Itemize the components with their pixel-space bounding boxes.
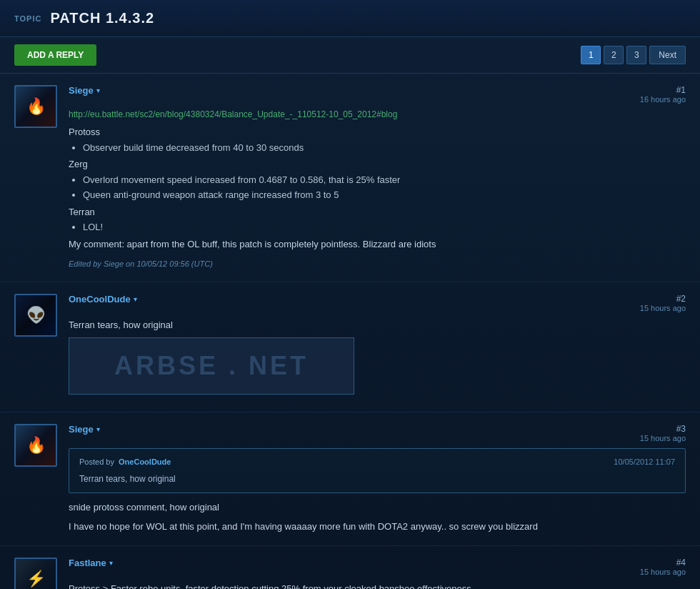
post-number-1: #1	[640, 85, 686, 95]
avatar-image-1: 🔥	[16, 86, 56, 127]
bullet-1-3: Queen anti-ground weapon attack range in…	[83, 188, 686, 202]
quote-block-3: Posted by OneCoolDude 10/05/2012 11:07 T…	[69, 448, 686, 493]
post-main-2: OneCoolDude ▾ #2 15 hours ago Terran tea…	[69, 294, 686, 401]
post-time-3: 15 hours ago	[640, 434, 686, 442]
post-time-4: 15 hours ago	[640, 568, 686, 576]
toolbar-row: ADD A REPLY 1 2 3 Next	[0, 37, 700, 74]
post-number-time-3: #3 15 hours ago	[640, 424, 686, 442]
post-meta-3: Siege ▾ #3 15 hours ago	[69, 424, 686, 442]
post-number-3: #3	[640, 424, 686, 434]
post-edit-note-1: Edited by Siege on 10/05/12 09:56 (UTC)	[69, 258, 686, 270]
watermark-text-2: ARBSE . NET	[114, 347, 309, 385]
post-main-4: Fastlane ▾ #4 15 hours ago Protoss > Fas…	[69, 558, 686, 590]
posts-container: 🔥 Siege ▾ #1 16 hours ago http://eu.batt…	[0, 74, 700, 589]
post-meta-2: OneCoolDude ▾ #2 15 hours ago	[69, 294, 686, 312]
add-reply-button[interactable]: ADD A REPLY	[14, 44, 96, 66]
avatar-4: ⚡	[14, 558, 57, 590]
avatar-1: 🔥	[14, 85, 57, 128]
post-3: 🔥 Siege ▾ #3 15 hours ago Posted by	[0, 412, 700, 546]
author-name-2: OneCoolDude	[69, 294, 131, 305]
quote-text-3: Terran tears, how original	[79, 472, 675, 485]
post-number-4: #4	[640, 558, 686, 568]
avatar-image-2: 👽	[16, 295, 56, 335]
post-number-time-2: #2 15 hours ago	[640, 294, 686, 312]
author-dropdown-icon-1[interactable]: ▾	[96, 86, 100, 94]
quote-header-3: Posted by OneCoolDude 10/05/2012 11:07	[79, 456, 675, 468]
post-image-2: ARBSE . NET	[69, 337, 354, 395]
page-header: TOPIC PATCH 1.4.3.2	[0, 0, 700, 37]
author-dropdown-icon-2[interactable]: ▾	[134, 295, 137, 303]
post-author-3: Siege ▾	[69, 424, 100, 435]
bullet-1-1: Observer build time decreased from 40 to…	[83, 141, 686, 155]
next-button[interactable]: Next	[649, 46, 686, 64]
section-terran: Terran	[69, 205, 686, 219]
post-body-3: Posted by OneCoolDude 10/05/2012 11:07 T…	[69, 448, 686, 534]
author-dropdown-icon-3[interactable]: ▾	[96, 425, 100, 433]
bullet-1-4: LOL!	[83, 220, 686, 234]
post-text-4: Protoss > Faster robo units, faster dete…	[69, 582, 686, 590]
quote-author-name-3: OneCoolDude	[119, 457, 171, 466]
quote-date-3: 10/05/2012 11:07	[614, 456, 675, 468]
post-author-4: Fastlane ▾	[69, 558, 113, 568]
post-body-2: Terran tears, how original ARBSE . NET	[69, 318, 686, 395]
post-main-3: Siege ▾ #3 15 hours ago Posted by OneCoo…	[69, 424, 686, 534]
post-line-3-2: I have no hope for WOL at this point, an…	[69, 520, 686, 534]
post-number-time-4: #4 15 hours ago	[640, 558, 686, 576]
avatar-image-4: ⚡	[16, 559, 56, 590]
post-meta-4: Fastlane ▾ #4 15 hours ago	[69, 558, 686, 576]
pagination: 1 2 3 Next	[581, 46, 686, 64]
section-protoss: Protoss	[69, 125, 686, 139]
post-line-3-1: snide protoss comment, how original	[69, 500, 686, 515]
post-author-2: OneCoolDude ▾	[69, 294, 137, 305]
post-main-1: Siege ▾ #1 16 hours ago http://eu.battle…	[69, 85, 686, 270]
avatar-3: 🔥	[14, 424, 57, 467]
post-author-1: Siege ▾	[69, 85, 100, 96]
avatar-2: 👽	[14, 294, 57, 337]
post-text-2: Terran tears, how original	[69, 318, 686, 332]
post-body-1: Protoss Observer build time decreased fr…	[69, 125, 686, 270]
posted-by-label-3: Posted by	[79, 457, 114, 466]
post-time-1: 16 hours ago	[640, 95, 686, 104]
post-link-1[interactable]: http://eu.battle.net/sc2/en/blog/4380324…	[69, 109, 686, 119]
post-meta-1: Siege ▾ #1 16 hours ago	[69, 85, 686, 104]
page-title: PATCH 1.4.3.2	[50, 10, 154, 26]
post-2: 👽 OneCoolDude ▾ #2 15 hours ago Terran t…	[0, 282, 700, 413]
bullet-1-2: Overlord movement speed increased from 0…	[83, 173, 686, 187]
author-name-4: Fastlane	[69, 558, 106, 568]
quote-posted-by-3: Posted by OneCoolDude	[79, 456, 171, 468]
topic-label: TOPIC	[14, 14, 41, 23]
author-name-3: Siege	[69, 424, 94, 435]
post-4: ⚡ Fastlane ▾ #4 15 hours ago Protoss > F…	[0, 546, 700, 590]
avatar-image-3: 🔥	[16, 425, 56, 465]
post-1: 🔥 Siege ▾ #1 16 hours ago http://eu.batt…	[0, 74, 700, 282]
author-dropdown-icon-4[interactable]: ▾	[109, 559, 113, 567]
post-comment-1: My comment: apart from the OL buff, this…	[69, 237, 686, 252]
author-name-1: Siege	[69, 85, 94, 96]
post-number-time-1: #1 16 hours ago	[640, 85, 686, 104]
post-body-4: Protoss > Faster robo units, faster dete…	[69, 582, 686, 590]
header-left: TOPIC PATCH 1.4.3.2	[14, 10, 154, 26]
section-zerg: Zerg	[69, 157, 686, 172]
post-number-2: #2	[640, 294, 686, 304]
page-button-3[interactable]: 3	[626, 46, 646, 64]
page-button-2[interactable]: 2	[604, 46, 624, 64]
page-button-1[interactable]: 1	[581, 46, 601, 64]
post-time-2: 15 hours ago	[640, 304, 686, 312]
